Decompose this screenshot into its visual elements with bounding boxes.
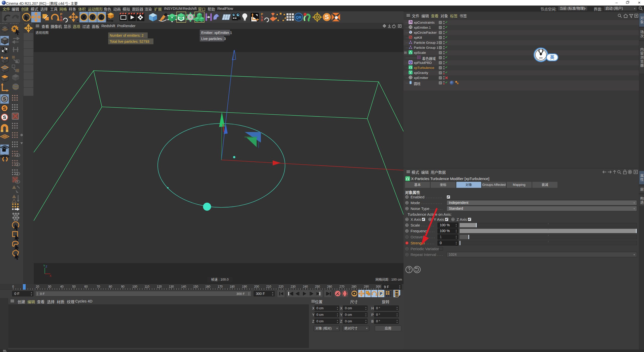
svg-text:###: ### (539, 57, 543, 59)
svg-text:X: X (82, 15, 86, 20)
svg-text:X: X (50, 274, 52, 277)
svg-text:帧速 : 100.0: 帧速 : 100.0 (211, 278, 228, 281)
svg-text:Z: Z (46, 265, 47, 268)
svg-text:S: S (3, 115, 6, 120)
svg-text:Y: Y (91, 15, 94, 20)
svg-text:S: S (325, 14, 329, 20)
svg-text:透视视图: 透视视图 (35, 31, 49, 34)
svg-text:S: S (3, 96, 6, 102)
svg-text:P: P (380, 291, 382, 296)
svg-text:Y: Y (43, 264, 45, 267)
svg-text:R: R (261, 18, 263, 22)
svg-text:S: S (3, 106, 6, 111)
svg-text:Live particles: 3: Live particles: 3 (201, 37, 226, 41)
svg-text:英: 英 (550, 55, 555, 60)
svg-text:网格间距 : 100 cm: 网格间距 : 100 cm (376, 278, 402, 281)
svg-text:Total live particles: 52793: Total live particles: 52793 (110, 39, 149, 43)
svg-text:R: R (60, 18, 63, 22)
svg-text:Z: Z (100, 15, 103, 20)
svg-text:Number of emitters: 2: Number of emitters: 2 (110, 33, 144, 37)
svg-text:Emitter: xpEmitter.1: Emitter: xpEmitter.1 (201, 31, 232, 35)
svg-text:QR: QR (296, 15, 302, 19)
